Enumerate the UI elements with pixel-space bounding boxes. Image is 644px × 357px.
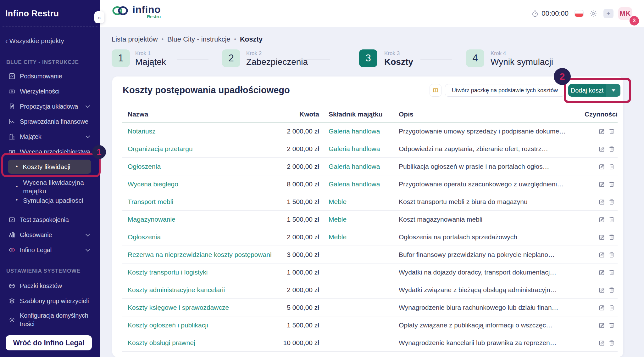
delete-icon[interactable] [608, 181, 615, 188]
delete-icon[interactable] [608, 234, 615, 241]
column-header-czynnosci: Czynności [578, 110, 618, 118]
cost-name-link[interactable]: Ogłoszenia [122, 163, 278, 170]
cost-amount: 2 000,00 zł [278, 128, 319, 135]
edit-icon[interactable] [598, 251, 605, 258]
step-3-label: Krok 3 [384, 50, 400, 57]
step-1-number[interactable]: 1 [112, 49, 130, 67]
layers-icon [8, 297, 16, 305]
step-3-number[interactable]: 3 [359, 49, 377, 67]
add-cost-dropdown[interactable] [606, 84, 620, 97]
back-to-projects-link[interactable]: ‹ Wszystkie projekty [5, 37, 64, 45]
sidebar-item-infino-legal[interactable]: Infino Legal [0, 242, 100, 258]
asset-link[interactable]: Meble [319, 233, 399, 241]
cost-name-link[interactable]: Magazynowanie [122, 216, 278, 223]
edit-icon[interactable] [598, 198, 605, 205]
sidebar-collapse-button[interactable]: « [94, 11, 104, 23]
step-4-title[interactable]: Wynik symulacji [491, 57, 553, 67]
step-3-title[interactable]: Koszty [384, 57, 413, 67]
cost-description: Wynagrodzenie biura rachunkowego lub dzi… [399, 304, 578, 311]
sidebar-item-test-zaspokojenia[interactable]: Test zaspokojenia [0, 212, 100, 227]
edit-icon[interactable] [598, 322, 605, 329]
edit-icon[interactable] [598, 163, 605, 170]
delete-icon[interactable] [608, 163, 615, 170]
cost-name-link[interactable]: Organizacja przetargu [122, 145, 278, 153]
add-button[interactable]: + [603, 9, 613, 18]
cost-name-link[interactable]: Koszty ogłoszeń i publikacji [122, 321, 278, 329]
step-2-title[interactable]: Zabezpieczenia [246, 57, 308, 67]
cost-name-link[interactable]: Koszty transportu i logistyki [122, 269, 278, 276]
cost-name-link[interactable]: Rezerwa na nieprzewidziane koszty postęp… [122, 251, 278, 258]
cost-name-link[interactable]: Koszty obsługi prawnej [122, 339, 278, 347]
cost-name-link[interactable]: Koszty administracyjne kancelarii [122, 286, 278, 294]
asset-link[interactable]: Meble [319, 216, 399, 223]
sidebar-item-label: Głosowanie [20, 231, 52, 239]
theme-toggle-icon[interactable] [590, 10, 597, 17]
sidebar-item-szablony[interactable]: Szablony grup wierzycieli [0, 293, 100, 309]
edit-icon[interactable] [598, 128, 605, 135]
breadcrumb-item[interactable]: Lista projektów [112, 35, 158, 43]
table-row: Ogłoszenia 2 000,00 zł Meble Ogłoszenia … [122, 228, 618, 246]
step-4-number[interactable]: 4 [466, 49, 484, 67]
sidebar-item-wierzytelnosci[interactable]: Wierzytelności [0, 84, 100, 99]
book-icon-button[interactable] [430, 84, 441, 97]
edit-icon[interactable] [598, 145, 605, 152]
sidebar-item-label: Wycena likwidacyjna majątku [23, 178, 91, 195]
cost-name-link[interactable]: Transport mebli [122, 198, 278, 206]
back-to-infino-legal-button[interactable]: Wróć do Infino Legal [6, 335, 92, 350]
delete-icon[interactable] [608, 128, 615, 135]
language-flag-poland[interactable] [575, 10, 584, 17]
delete-icon[interactable] [608, 304, 615, 311]
edit-icon[interactable] [598, 234, 605, 241]
infinity-icon [8, 246, 16, 254]
sidebar-item-propozycja-ukladowa[interactable]: Propozycja układowa [0, 99, 100, 114]
sidebar-subitem-wycena-likwidacyjna[interactable]: • Wycena likwidacyjna majątku [16, 178, 91, 195]
cost-description: Koszt transportu mebli z biura do magazy… [399, 198, 578, 206]
cost-amount: 2 000,00 zł [278, 145, 319, 153]
delete-icon[interactable] [608, 339, 615, 346]
add-cost-button[interactable]: Dodaj koszt [568, 84, 620, 97]
sidebar-item-label: Podsumowanie [20, 73, 62, 80]
cost-name-link[interactable]: Ogłoszenia [122, 233, 278, 241]
delete-icon[interactable] [608, 145, 615, 152]
cost-name-link[interactable]: Wycena biegłego [122, 180, 278, 188]
cost-description: Wydatki na dojazdy doradcy, transport do… [399, 269, 578, 276]
card-title: Koszty postępowania upadłościowego [123, 85, 290, 95]
sidebar-item-sprawozdania[interactable]: Sprawozdania finansowe [0, 114, 100, 129]
edit-icon[interactable] [598, 269, 605, 276]
chevron-down-icon [86, 247, 90, 252]
sidebar-item-podsumowanie[interactable]: Podsumowanie [0, 69, 100, 84]
sidebar-item-majatek[interactable]: Majątek [0, 129, 100, 144]
sidebar-subitem-symulacja-upadlosci[interactable]: • Symulacja upadłości [16, 197, 83, 204]
delete-icon[interactable] [608, 322, 615, 329]
edit-icon[interactable] [598, 286, 605, 293]
asset-link[interactable]: Galeria handlowa [319, 180, 399, 188]
asset-link[interactable]: Galeria handlowa [319, 128, 399, 135]
delete-icon[interactable] [608, 286, 615, 293]
asset-link[interactable]: Galeria handlowa [319, 163, 399, 170]
delete-icon[interactable] [608, 251, 615, 258]
table-row: Organizacja przetargu 2 000,00 zł Galeri… [122, 140, 618, 158]
edit-icon[interactable] [598, 304, 605, 311]
cost-name-link[interactable]: Koszty księgowe i sprawozdawcze [122, 304, 278, 311]
sidebar-item-glosowanie[interactable]: Głosowanie [0, 227, 100, 242]
sidebar-item-label: Infino Legal [20, 246, 52, 254]
edit-icon[interactable] [598, 216, 605, 223]
cost-name-link[interactable]: Notariusz [122, 128, 278, 135]
delete-icon[interactable] [608, 198, 615, 205]
cost-amount: 2 000,00 zł [278, 286, 319, 294]
sidebar-item-paczki-kosztow[interactable]: Paczki kosztów [0, 278, 100, 293]
step-1-title[interactable]: Majątek [135, 57, 166, 67]
cost-amount: 1 500,00 zł [278, 198, 319, 206]
sidebar-item-konfiguracja[interactable]: Konfiguracja domyślnych treści [0, 309, 100, 331]
sidebar-item-label: Konfiguracja domyślnych treści [20, 311, 91, 328]
asset-link[interactable]: Meble [319, 198, 399, 206]
edit-icon[interactable] [598, 181, 605, 188]
asset-link[interactable]: Galeria handlowa [319, 145, 399, 153]
delete-icon[interactable] [608, 269, 615, 276]
app: Infino Restru ‹ Wszystkie projekty BLUE … [0, 0, 644, 357]
step-2-number[interactable]: 2 [222, 49, 240, 67]
delete-icon[interactable] [608, 216, 615, 223]
create-package-button[interactable]: Utwórz paczkę na podstawie tych kosztów [445, 84, 565, 97]
breadcrumb-item[interactable]: Blue City - instrukcje [167, 35, 230, 43]
edit-icon[interactable] [598, 339, 605, 346]
